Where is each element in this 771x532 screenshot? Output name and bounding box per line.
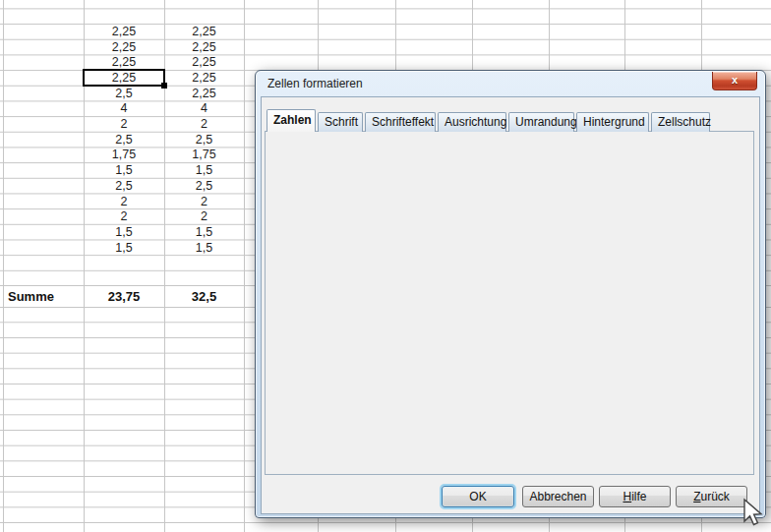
sheet-row: 2,252,25 [0,54,256,70]
cell[interactable]: 2,5 [84,86,164,101]
cell-selection-border[interactable] [83,69,165,87]
cell[interactable]: 2,25 [164,86,244,101]
cell[interactable]: 1,5 [84,162,164,178]
cell[interactable]: 2,5 [84,178,164,194]
tab-hintergrund[interactable]: Hintergrund [576,112,649,132]
mouse-cursor-icon [742,498,771,532]
cell[interactable]: 1,75 [164,147,244,162]
summe-row: Summe 23,75 32,5 [0,285,256,308]
tab-ausrichtung[interactable]: Ausrichtung [438,112,506,132]
label-part: ilfe [631,490,646,503]
cell[interactable]: 2 [84,208,164,224]
close-button[interactable]: x [712,72,757,90]
cell[interactable]: 2,25 [84,54,164,70]
tab-zahlen[interactable]: Zahlen [267,109,316,132]
tab-bar: Zahlen Schrift Schrifteffekt Ausrichtung… [267,109,712,132]
label-mnemonic: H [623,490,631,503]
cell[interactable]: 1,5 [164,240,244,256]
summe-label-cell[interactable]: Summe [3,285,82,308]
cell[interactable]: 1,5 [84,240,164,256]
cell[interactable]: 2 [164,116,244,132]
tab-schrifteffekt[interactable]: Schrifteffekt [365,112,436,132]
cell[interactable]: 2 [164,208,244,224]
cell[interactable]: 2 [84,194,164,209]
abbrechen-button[interactable]: Abbrechen [522,486,594,507]
cell[interactable]: 2,25 [164,54,244,70]
sheet-row: 22 [0,208,256,224]
cell[interactable]: 4 [84,100,164,116]
sheet-row: 2,52,5 [0,132,256,148]
sheet-row: 1,51,5 [0,240,256,256]
sheet-row: 2,252,25 [0,39,256,55]
cell[interactable]: 2 [164,194,244,209]
cell[interactable]: 2,5 [164,132,244,148]
cell[interactable]: 2 [84,116,164,132]
sheet-row: 1,751,75 [0,147,256,162]
zurueck-button[interactable]: Zurück [676,486,747,507]
tab-umrandung[interactable]: Umrandung [508,112,574,132]
cell[interactable]: 2,25 [164,70,244,86]
cell[interactable]: 2,5 [84,132,164,148]
sheet-row: 2,252,25 [0,24,256,39]
sheet-row: 1,51,5 [0,162,256,178]
dialog-title: Zellen formatieren [267,77,363,90]
ok-button[interactable]: OK [442,486,514,507]
summe-value-cell[interactable]: 32,5 [164,285,244,308]
format-cells-dialog: Zellen formatieren x Zahlen Schrift Schr… [255,70,766,518]
sheet-row: 44 [0,100,256,116]
cell[interactable]: 2,5 [164,178,244,194]
sheet-row: 2,52,5 [0,178,256,194]
tab-schrift[interactable]: Schrift [318,112,363,132]
close-icon: x [732,74,738,86]
cell[interactable]: 2,25 [164,24,244,39]
cell[interactable]: 1,5 [84,224,164,240]
tab-zellschutz[interactable]: Zellschutz [651,112,710,132]
label-mnemonic: Z [693,490,700,503]
screen: 2,252,25 2,252,25 2,252,25 2,252,25 2,52… [0,0,771,532]
cell[interactable]: 2,25 [84,39,164,55]
sheet-row: 22 [0,194,256,209]
cell[interactable]: 2,25 [84,24,164,39]
cell[interactable]: 1,75 [84,147,164,162]
label-part: urück [701,490,730,503]
sheet-row: 22 [0,116,256,132]
sheet-row: 2,52,25 [0,86,256,101]
cell[interactable]: 1,5 [164,224,244,240]
cell[interactable]: 2,25 [164,39,244,55]
cell-selection-handle[interactable] [161,83,167,89]
sheet-row: 1,51,5 [0,224,256,240]
cell[interactable]: 1,5 [164,162,244,178]
summe-value-cell[interactable]: 23,75 [84,285,164,308]
hilfe-button[interactable]: Hilfe [599,486,671,507]
tab-page-zahlen [265,131,754,475]
cell[interactable]: 4 [164,100,244,116]
